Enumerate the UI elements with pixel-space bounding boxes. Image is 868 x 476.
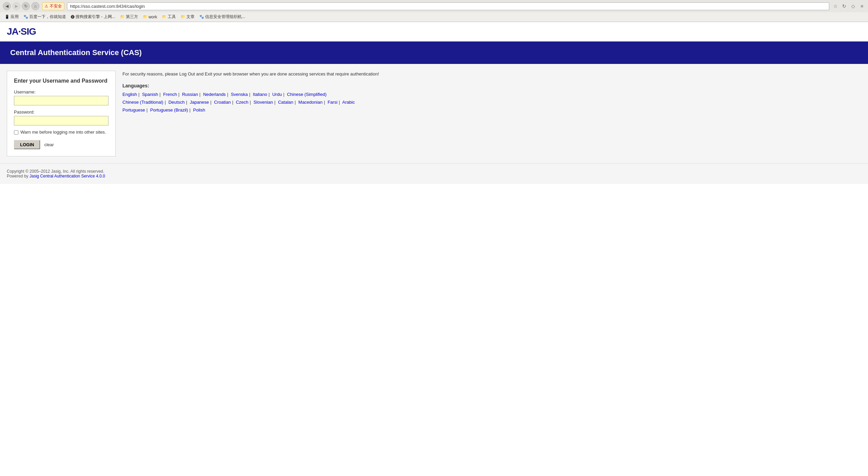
lang-urdu[interactable]: Urdu	[272, 92, 282, 97]
folder-icon: 📁	[162, 15, 167, 19]
lang-french[interactable]: French	[163, 92, 177, 97]
menu-icon[interactable]: ≡	[858, 3, 865, 10]
folder-icon: 📁	[120, 15, 125, 19]
lang-croatian[interactable]: Croatian	[214, 100, 231, 105]
baidu-icon: 🐾	[23, 15, 28, 19]
sogou-icon: 🅢	[71, 15, 74, 19]
security-org-icon: 🐾	[199, 15, 204, 19]
lang-italiano[interactable]: Italiano	[253, 92, 267, 97]
lang-czech[interactable]: Czech	[236, 100, 248, 105]
home-button[interactable]: ⌂	[31, 2, 39, 10]
password-input[interactable]	[14, 116, 108, 125]
footer: Copyright © 2005–2012 Jasig, Inc. All ri…	[0, 163, 868, 184]
login-box: Enter your Username and Password Usernam…	[7, 71, 116, 156]
lang-arabic[interactable]: Arabic	[342, 100, 355, 105]
languages-label: Languages:	[122, 83, 861, 88]
bookmark-articles[interactable]: 📁 文章	[179, 13, 197, 20]
bookmark-label: 百度一下，你就知道	[29, 14, 66, 20]
logo: JA·SIG	[7, 26, 861, 37]
nav-buttons: ◀ ▶ ↻ ⌂	[3, 2, 39, 10]
username-label: Username:	[14, 89, 108, 95]
lang-polish[interactable]: Polish	[193, 107, 205, 113]
site-header: JA·SIG	[0, 22, 868, 41]
bookmark-label: 第三方	[126, 14, 138, 20]
browser-chrome: ◀ ▶ ↻ ⌂ ⚠ 不安全 ☆ ↻ ◇ ≡ 📱 应用 🐾 百度一下，你就知道 🅢…	[0, 0, 868, 22]
refresh-icon[interactable]: ↻	[841, 3, 848, 10]
apps-icon: 📱	[5, 15, 10, 19]
languages-list: English| Spanish| French| Russian| Neder…	[122, 90, 861, 114]
address-bar[interactable]	[67, 2, 829, 10]
logo-text: JA·SIG	[7, 26, 36, 37]
security-badge: ⚠ 不安全	[42, 2, 64, 10]
bookmark-security[interactable]: 🐾 信息安全管理组织机...	[197, 13, 247, 20]
extension-icon[interactable]: ◇	[850, 3, 856, 10]
lang-macedonian[interactable]: Macedonian	[298, 100, 322, 105]
reload-button[interactable]: ↻	[22, 2, 30, 10]
powered-by-link[interactable]: Jasig Central Authentication Service 4.0…	[30, 174, 105, 178]
powered-by-row: Powered by Jasig Central Authentication …	[7, 174, 861, 178]
bookmark-label: 文章	[186, 14, 195, 20]
lang-russian[interactable]: Russian	[182, 92, 198, 97]
warn-checkbox-row: Warn me before logging me into other sit…	[14, 130, 108, 135]
username-input[interactable]	[14, 96, 108, 105]
login-title: Enter your Username and Password	[14, 78, 108, 84]
languages-section: Languages: English| Spanish| French| Rus…	[122, 83, 861, 114]
lang-japanese[interactable]: Japanese	[190, 100, 209, 105]
lang-portuguese-brazil[interactable]: Portuguese (Brazil)	[150, 107, 188, 113]
right-panel: For security reasons, please Log Out and…	[122, 71, 861, 156]
bookmark-label: 工具	[168, 14, 176, 20]
button-row: LOGIN clear	[14, 140, 108, 149]
bookmark-apps[interactable]: 📱 应用	[3, 13, 21, 20]
bookmark-label: 搜狗搜索引擎 - 上网...	[76, 14, 115, 20]
lang-chinese-traditional[interactable]: Chinese (Traditional)	[122, 100, 163, 105]
bookmarks-bar: 📱 应用 🐾 百度一下，你就知道 🅢 搜狗搜索引擎 - 上网... 📁 第三方 …	[0, 12, 868, 22]
warn-checkbox-label: Warn me before logging me into other sit…	[20, 130, 106, 135]
bookmark-third-party[interactable]: 📁 第三方	[118, 13, 140, 20]
lang-nederlands[interactable]: Nederlands	[203, 92, 226, 97]
copyright-text: Copyright © 2005–2012 Jasig, Inc. All ri…	[7, 169, 861, 174]
folder-icon: 📁	[181, 15, 185, 19]
security-label: 不安全	[50, 3, 62, 9]
bookmark-label: work	[149, 15, 157, 19]
login-button[interactable]: LOGIN	[14, 140, 40, 149]
lang-portuguese[interactable]: Portuguese	[122, 107, 145, 113]
bookmark-work[interactable]: 📁 work	[141, 14, 159, 20]
bookmark-label: 信息安全管理组织机...	[205, 14, 245, 20]
browser-toolbar: ◀ ▶ ↻ ⌂ ⚠ 不安全 ☆ ↻ ◇ ≡	[0, 0, 868, 12]
lang-farsi[interactable]: Farsi	[328, 100, 337, 105]
bookmark-label: 应用	[11, 14, 19, 20]
lang-slovenian[interactable]: Slovenian	[253, 100, 273, 105]
lang-spanish[interactable]: Spanish	[142, 92, 158, 97]
lang-english[interactable]: English	[122, 92, 137, 97]
clear-link[interactable]: clear	[44, 142, 54, 147]
bookmark-tools[interactable]: 📁 工具	[160, 13, 178, 20]
toolbar-icons: ☆ ↻ ◇ ≡	[832, 3, 865, 10]
security-notice: For security reasons, please Log Out and…	[122, 71, 861, 78]
banner-title: Central Authentication Service (CAS)	[10, 48, 858, 57]
bookmark-baidu[interactable]: 🐾 百度一下，你就知道	[21, 13, 68, 20]
lang-deutsch[interactable]: Deutsch	[168, 100, 185, 105]
forward-button[interactable]: ▶	[12, 2, 20, 10]
folder-icon: 📁	[143, 15, 148, 19]
warning-icon: ⚠	[45, 4, 48, 8]
lang-catalan[interactable]: Catalan	[278, 100, 293, 105]
warn-checkbox[interactable]	[14, 130, 18, 135]
banner: Central Authentication Service (CAS)	[0, 41, 868, 64]
username-group: Username:	[14, 89, 108, 105]
main-content: Enter your Username and Password Usernam…	[0, 64, 868, 163]
lang-svenska[interactable]: Svenska	[231, 92, 248, 97]
star-icon[interactable]: ☆	[832, 3, 839, 10]
bookmark-sogou[interactable]: 🅢 搜狗搜索引擎 - 上网...	[69, 13, 117, 20]
powered-by-text: Powered by	[7, 174, 28, 178]
back-button[interactable]: ◀	[3, 2, 11, 10]
lang-chinese-simplified[interactable]: Chinese (Simplified)	[287, 92, 327, 97]
password-group: Password:	[14, 109, 108, 125]
password-label: Password:	[14, 109, 108, 115]
page-content: JA·SIG Central Authentication Service (C…	[0, 22, 868, 476]
